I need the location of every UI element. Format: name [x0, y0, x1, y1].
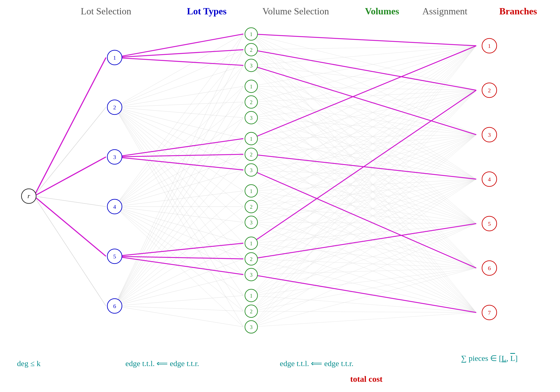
- total-cost-label: total cost: [350, 374, 383, 384]
- svg-line-56: [115, 306, 243, 327]
- svg-text:2: 2: [250, 309, 253, 314]
- svg-text:4: 4: [488, 176, 491, 183]
- lot-types-label: Lot Types: [187, 6, 227, 16]
- root-node: r: [21, 189, 36, 203]
- svg-line-15: [115, 107, 243, 243]
- svg-line-33: [115, 207, 243, 243]
- svg-text:r: r: [27, 192, 30, 200]
- svg-line-38: [115, 207, 243, 327]
- svg-line-21: [115, 34, 243, 207]
- svg-line-170: [251, 90, 476, 311]
- svg-line-0: [34, 107, 106, 196]
- svg-text:3: 3: [250, 167, 253, 173]
- svg-line-46: [115, 154, 243, 306]
- svg-line-203: [251, 275, 476, 313]
- lt1-active-edges: [115, 34, 243, 65]
- constraint-sum: ∑ pieces ∈ [L, L]: [461, 354, 518, 363]
- svg-line-178: [251, 135, 476, 327]
- svg-line-42: [115, 86, 243, 306]
- svg-line-195: [251, 34, 476, 46]
- constraint-edge1: edge t.t.l. ⟸ edge t.t.r.: [125, 359, 199, 368]
- svg-text:2: 2: [250, 256, 253, 262]
- svg-line-20: [115, 107, 243, 327]
- svg-text:3: 3: [250, 220, 253, 225]
- svg-line-177: [251, 90, 476, 327]
- svg-text:1: 1: [488, 43, 491, 49]
- constraint-edge2: edge t.t.l. ⟸ edge t.t.r.: [280, 359, 353, 368]
- svg-line-54: [115, 296, 243, 306]
- svg-line-11: [115, 107, 243, 170]
- svg-text:2: 2: [250, 47, 253, 53]
- svg-text:3: 3: [250, 115, 253, 121]
- svg-text:3: 3: [250, 324, 253, 330]
- svg-line-8: [115, 107, 243, 118]
- svg-line-180: [251, 224, 476, 327]
- svg-line-201: [251, 90, 476, 243]
- svg-line-193: [115, 256, 243, 259]
- svg-line-19: [115, 107, 243, 311]
- svg-line-134: [251, 46, 476, 222]
- svg-line-14: [115, 107, 243, 222]
- svg-line-183: [34, 58, 106, 196]
- volume-nodes: 1 2 3 1 2 3 1 2 3 1 2 3: [245, 28, 257, 333]
- svg-line-9: [115, 107, 243, 139]
- svg-line-40: [115, 50, 243, 306]
- svg-line-51: [115, 243, 243, 306]
- svg-line-190: [115, 154, 243, 157]
- svg-line-181: [251, 268, 476, 327]
- svg-line-120: [251, 46, 476, 191]
- svg-text:1: 1: [250, 241, 253, 246]
- svg-line-12: [115, 107, 243, 191]
- svg-text:1: 1: [250, 188, 253, 194]
- svg-line-79: [251, 86, 476, 90]
- svg-line-7: [115, 102, 243, 107]
- svg-text:4: 4: [113, 203, 116, 210]
- svg-line-100: [251, 90, 476, 139]
- svg-line-10: [115, 107, 243, 154]
- svg-line-182: [251, 313, 476, 327]
- svg-text:3: 3: [250, 272, 253, 278]
- svg-text:2: 2: [488, 87, 491, 94]
- svg-text:1: 1: [250, 31, 253, 37]
- svg-text:2: 2: [250, 152, 253, 157]
- svg-line-5: [115, 65, 243, 107]
- svg-text:5: 5: [113, 253, 116, 260]
- svg-line-24: [115, 86, 243, 207]
- svg-text:2: 2: [250, 204, 253, 210]
- branch-nodes: 1 2 3 4 5 6 7: [482, 38, 497, 320]
- svg-text:3: 3: [488, 132, 491, 138]
- svg-line-2: [34, 196, 106, 306]
- svg-line-85: [251, 46, 476, 102]
- svg-line-41: [115, 65, 243, 306]
- svg-line-176: [251, 46, 476, 327]
- svg-line-53: [115, 275, 243, 306]
- main-canvas: r 1 2 3 4 5 6 1: [0, 0, 560, 392]
- svg-line-184: [34, 157, 106, 196]
- svg-line-159: [251, 224, 476, 275]
- lot-selection-label: Lot Selection: [81, 6, 131, 16]
- svg-line-3: [115, 34, 243, 107]
- svg-text:1: 1: [113, 54, 116, 61]
- svg-line-192: [115, 243, 243, 256]
- svg-text:1: 1: [250, 136, 253, 142]
- graph-svg: r 1 2 3 4 5 6 1: [0, 0, 560, 392]
- svg-line-44: [115, 118, 243, 306]
- constraint-deg: deg ≤ k: [17, 359, 41, 368]
- svg-line-50: [115, 222, 243, 306]
- volumes-label: Volumes: [365, 6, 399, 16]
- svg-text:6: 6: [488, 265, 491, 271]
- svg-line-29: [115, 170, 243, 207]
- svg-line-52: [115, 259, 243, 306]
- inactive-root-edges: [34, 107, 106, 306]
- svg-line-191: [115, 157, 243, 170]
- svg-text:3: 3: [113, 154, 116, 160]
- active-root-edges: [34, 58, 106, 256]
- svg-line-128: [251, 90, 476, 207]
- svg-line-43: [115, 102, 243, 306]
- svg-line-27: [115, 139, 243, 207]
- vol-to-branch-inactive: [251, 34, 476, 327]
- svg-line-162: [251, 46, 476, 296]
- svg-line-163: [251, 90, 476, 296]
- svg-text:7: 7: [488, 309, 491, 316]
- svg-line-188: [115, 58, 243, 65]
